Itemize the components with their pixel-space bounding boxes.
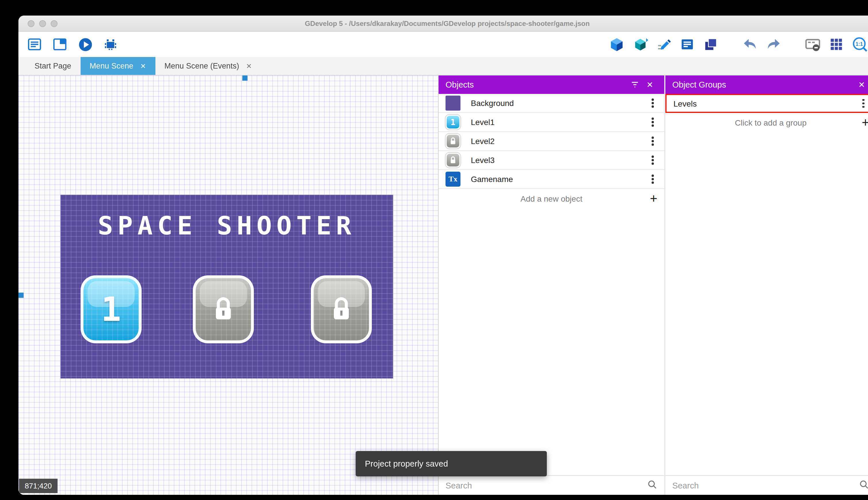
objects-search-input[interactable] xyxy=(446,481,647,490)
desktop: GDevelop 5 - /Users/dkarakay/Documents/G… xyxy=(0,0,868,500)
play-preview-icon[interactable] xyxy=(77,36,93,53)
gdevelop-window: GDevelop 5 - /Users/dkarakay/Documents/G… xyxy=(19,15,868,495)
debug-icon[interactable] xyxy=(103,36,119,53)
scene-resize-handle[interactable] xyxy=(242,76,247,81)
game-title-text-object[interactable]: SPACE SHOOTER xyxy=(60,211,393,240)
lock-thumbnail-icon xyxy=(446,134,460,149)
editor-content: SPACE SHOOTER 1 871;42 xyxy=(19,76,868,495)
level1-thumbnail-icon: 1 xyxy=(446,115,460,129)
tab-start-page[interactable]: Start Page xyxy=(25,57,81,75)
scene-resize-handle[interactable] xyxy=(19,293,24,298)
save-toast: Project properly saved xyxy=(356,451,547,476)
layers-icon[interactable] xyxy=(703,36,719,53)
redo-icon[interactable] xyxy=(765,36,782,53)
object-row-background[interactable]: Background xyxy=(438,94,664,113)
close-tab-icon[interactable]: ✕ xyxy=(140,62,146,70)
filter-icon[interactable] xyxy=(627,80,642,89)
search-icon xyxy=(859,479,868,492)
add-new-object-button[interactable]: Add a new object + xyxy=(438,189,664,208)
close-window-button[interactable] xyxy=(28,20,35,27)
groups-search-input[interactable] xyxy=(672,481,859,490)
object-row-gamename[interactable]: Tx Gamename xyxy=(438,170,664,189)
object-groups-panel-title: Object Groups xyxy=(672,80,726,89)
export-cube-icon[interactable] xyxy=(608,36,624,53)
lock-thumbnail-icon xyxy=(446,153,460,168)
object-row-level1[interactable]: 1 Level1 xyxy=(438,113,664,132)
kebab-menu-icon[interactable] xyxy=(647,115,658,129)
events-sheet-icon[interactable] xyxy=(679,36,695,53)
cursor-coordinates: 871;420 xyxy=(19,479,58,493)
plus-icon: + xyxy=(650,192,657,205)
svg-text:1:1: 1:1 xyxy=(856,41,863,47)
text-object-icon: Tx xyxy=(446,172,460,186)
scene-canvas[interactable]: SPACE SHOOTER 1 871;42 xyxy=(19,76,438,495)
close-tab-icon[interactable]: ✕ xyxy=(246,62,252,70)
object-groups-panel-header: Object Groups ✕ xyxy=(665,76,868,94)
close-panel-icon[interactable]: ✕ xyxy=(642,80,657,89)
zoom-window-button[interactable] xyxy=(51,20,58,27)
groups-search-bar xyxy=(665,475,868,495)
kebab-menu-icon[interactable] xyxy=(647,135,658,148)
level1-button-object[interactable]: 1 xyxy=(81,275,142,343)
kebab-menu-icon[interactable] xyxy=(647,154,658,167)
level2-button-object[interactable] xyxy=(193,275,254,343)
object-row-level2[interactable]: Level2 xyxy=(438,132,664,151)
lock-icon xyxy=(196,278,251,340)
objects-panel-header: Objects ✕ xyxy=(438,76,664,94)
titlebar: GDevelop 5 - /Users/dkarakay/Documents/G… xyxy=(19,15,868,32)
level3-button-object[interactable] xyxy=(311,275,372,343)
group-row-levels[interactable]: Levels xyxy=(665,94,868,113)
zoom-reset-icon[interactable]: 1:1 xyxy=(852,36,868,53)
kebab-menu-icon[interactable] xyxy=(647,172,658,186)
search-icon xyxy=(647,479,657,492)
capture-options-icon[interactable] xyxy=(805,36,821,53)
close-panel-icon[interactable]: ✕ xyxy=(854,80,868,89)
lock-icon xyxy=(314,278,369,340)
objects-search-bar xyxy=(438,475,664,495)
grid-icon[interactable] xyxy=(828,36,844,53)
undo-icon[interactable] xyxy=(742,36,758,53)
minimize-window-button[interactable] xyxy=(39,20,46,27)
project-manager-icon[interactable] xyxy=(26,36,43,53)
object-row-level3[interactable]: Level3 xyxy=(438,151,664,170)
plus-icon: + xyxy=(862,116,868,129)
add-group-button[interactable]: Click to add a group + xyxy=(665,113,868,132)
objects-panel: Objects ✕ Background 1 Level1 xyxy=(438,76,665,495)
kebab-menu-icon[interactable] xyxy=(858,97,868,110)
traffic-lights xyxy=(28,20,58,27)
scene-background-object[interactable]: SPACE SHOOTER 1 xyxy=(60,195,393,378)
preview-window-icon[interactable] xyxy=(52,36,68,53)
kebab-menu-icon[interactable] xyxy=(647,96,658,110)
objects-panel-title: Objects xyxy=(446,80,474,89)
edit-scene-icon[interactable] xyxy=(656,36,672,53)
color-swatch-icon xyxy=(446,95,460,111)
tab-menu-scene-events[interactable]: Menu Scene (Events) ✕ xyxy=(155,57,261,75)
editor-tabbar: Start Page Menu Scene ✕ Menu Scene (Even… xyxy=(19,57,868,76)
publish-cube-icon[interactable] xyxy=(632,36,648,53)
main-toolbar: 1:1 xyxy=(19,32,868,57)
object-groups-panel: Object Groups ✕ Levels Click to add a gr… xyxy=(665,76,868,495)
tab-menu-scene[interactable]: Menu Scene ✕ xyxy=(81,57,155,75)
window-title: GDevelop 5 - /Users/dkarakay/Documents/G… xyxy=(19,19,868,27)
